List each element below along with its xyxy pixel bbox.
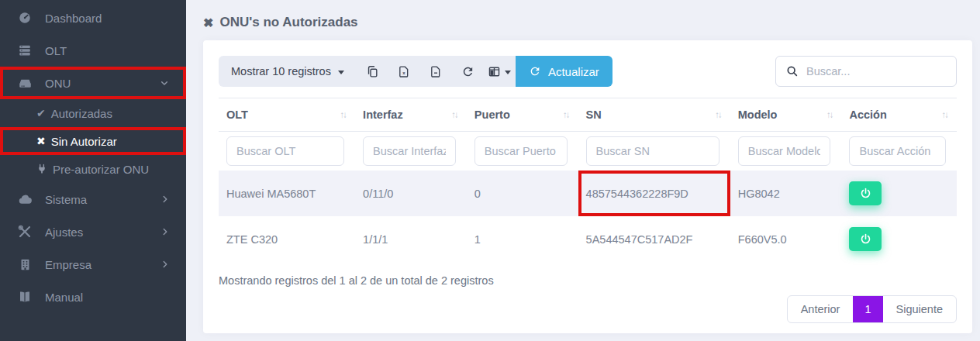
sidebar-item-label: Ajustes (45, 226, 83, 239)
chevron-right-icon (160, 226, 171, 237)
sidebar-item-autorizadas[interactable]: ✔ Autorizadas (0, 99, 186, 127)
cell-puerto: 1 (467, 216, 578, 262)
column-header-interfaz[interactable]: Interfaz↑↓ (355, 98, 467, 132)
filter-olt-input[interactable] (226, 136, 344, 166)
excel-file-icon: x (398, 65, 410, 78)
document-icon (430, 65, 442, 78)
sidebar-item-label: ONU (45, 77, 71, 90)
sidebar-item-onu[interactable]: ONU (0, 67, 186, 99)
sidebar-item-empresa[interactable]: Empresa (0, 248, 186, 281)
column-header-accion[interactable]: Acción↑↓ (841, 98, 957, 132)
sidebar-item-label: OLT (45, 44, 67, 57)
export-excel-button[interactable]: x (388, 56, 420, 87)
page-title: ✖ ONU's no Autorizadas (203, 15, 980, 30)
search-input[interactable] (806, 65, 946, 78)
check-icon: ✔ (36, 107, 46, 119)
sidebar-item-label: Autorizadas (51, 107, 112, 120)
pagination-previous[interactable]: Anterior (788, 296, 854, 322)
copy-button[interactable] (357, 56, 388, 87)
global-search[interactable] (775, 56, 957, 87)
cell-olt: ZTE C320 (219, 216, 355, 262)
sidebar-item-sistema[interactable]: Sistema (0, 183, 186, 215)
sidebar-item-label: Sistema (45, 193, 87, 206)
svg-text:x: x (403, 70, 406, 74)
sort-icon: ↑↓ (826, 110, 834, 119)
authorize-onu-button[interactable] (849, 227, 882, 251)
content-card: Mostrar 10 registros x (203, 40, 972, 333)
show-entries-dropdown[interactable]: Mostrar 10 registros (219, 65, 357, 78)
filter-interfaz-input[interactable] (363, 136, 456, 166)
refresh-icon (461, 65, 474, 78)
x-icon: ✖ (203, 16, 213, 30)
sidebar-item-label: Sin Autorizar (51, 135, 117, 148)
actualizar-button[interactable]: Actualizar (516, 56, 612, 87)
sidebar-item-label: Empresa (45, 258, 91, 271)
search-icon (786, 65, 799, 78)
table-row: ZTE C320 1/1/1 1 5A544547C517AD2F F660V5… (219, 216, 957, 262)
cell-puerto: 0 (467, 170, 578, 216)
plug-icon (36, 164, 47, 174)
cell-modelo: F660V5.0 (730, 216, 842, 262)
records-info: Mostrando registros del 1 al 2 de un tot… (219, 274, 957, 287)
chevron-right-icon (160, 194, 171, 205)
onu-table: OLT↑↓ Interfaz↑↓ Puerto↑↓ SN↑↓ Modelo↑↓ … (219, 98, 957, 262)
export-document-button[interactable] (420, 56, 452, 87)
sidebar-item-pre-autorizar[interactable]: Pre-autorizar ONU (0, 155, 186, 183)
table-row: Huawei MA5680T 0/11/0 0 4857544362228F9D… (219, 170, 957, 216)
chevron-right-icon (160, 259, 171, 270)
cell-olt: Huawei MA5680T (219, 170, 355, 216)
server-icon (17, 43, 33, 57)
pagination: Anterior 1 Siguiente (787, 295, 957, 323)
sidebar-item-dashboard[interactable]: Dashboard (0, 2, 186, 34)
refresh-icon (529, 65, 541, 78)
drive-icon (17, 76, 33, 91)
cell-sn: 4857544362228F9D (578, 170, 730, 216)
sort-icon: ↑↓ (451, 110, 459, 119)
cell-modelo: HG8042 (730, 170, 842, 216)
sidebar-item-label: Dashboard (45, 12, 102, 25)
column-header-modelo[interactable]: Modelo↑↓ (730, 98, 842, 132)
sort-icon: ↑↓ (340, 110, 348, 119)
sidebar-item-label: Pre-autorizar ONU (53, 163, 149, 176)
sidebar-item-ajustes[interactable]: Ajustes (0, 215, 186, 248)
caret-down-icon (505, 71, 511, 74)
table-toolbar: Mostrar 10 registros x (219, 56, 957, 87)
copy-icon (366, 65, 379, 78)
column-header-sn[interactable]: SN↑↓ (578, 98, 730, 132)
authorize-onu-button[interactable] (849, 181, 882, 205)
gauge-icon (17, 11, 33, 25)
sidebar: Dashboard OLT ONU ✔ Autorizadas ✖ Sin Au… (0, 0, 186, 341)
book-icon (17, 290, 33, 304)
sidebar-item-manual[interactable]: Manual (0, 281, 186, 313)
cell-sn: 5A544547C517AD2F (578, 216, 730, 262)
table-header-row: OLT↑↓ Interfaz↑↓ Puerto↑↓ SN↑↓ Modelo↑↓ … (219, 98, 957, 132)
power-icon (860, 188, 871, 199)
cell-interfaz: 0/11/0 (355, 170, 467, 216)
chevron-down-icon (158, 77, 171, 89)
building-icon (17, 258, 33, 271)
columns-icon (488, 65, 501, 78)
tools-icon (17, 225, 33, 239)
filter-puerto-input[interactable] (474, 136, 568, 166)
pagination-next[interactable]: Siguiente (883, 296, 956, 322)
caret-down-icon (338, 71, 344, 74)
sort-icon: ↑↓ (942, 110, 950, 119)
filter-accion-input[interactable] (849, 136, 946, 166)
filter-modelo-input[interactable] (738, 136, 831, 166)
filter-sn-input[interactable] (586, 136, 719, 166)
sidebar-item-olt[interactable]: OLT (0, 34, 186, 67)
main-content: ✖ ONU's no Autorizadas Mostrar 10 regist… (186, 0, 980, 341)
pagination-page-1[interactable]: 1 (853, 296, 882, 322)
sidebar-item-label: Manual (45, 291, 83, 304)
sort-icon: ↑↓ (715, 110, 723, 119)
cloud-icon (17, 192, 33, 207)
column-visibility-button[interactable] (484, 56, 516, 87)
table-filter-row (219, 132, 957, 171)
column-header-olt[interactable]: OLT↑↓ (219, 98, 355, 132)
power-icon (860, 233, 871, 245)
cell-interfaz: 1/1/1 (355, 216, 467, 262)
sort-icon: ↑↓ (563, 110, 571, 119)
reload-table-button[interactable] (452, 56, 484, 87)
sidebar-item-sin-autorizar[interactable]: ✖ Sin Autorizar (0, 127, 186, 155)
column-header-puerto[interactable]: Puerto↑↓ (467, 98, 578, 132)
